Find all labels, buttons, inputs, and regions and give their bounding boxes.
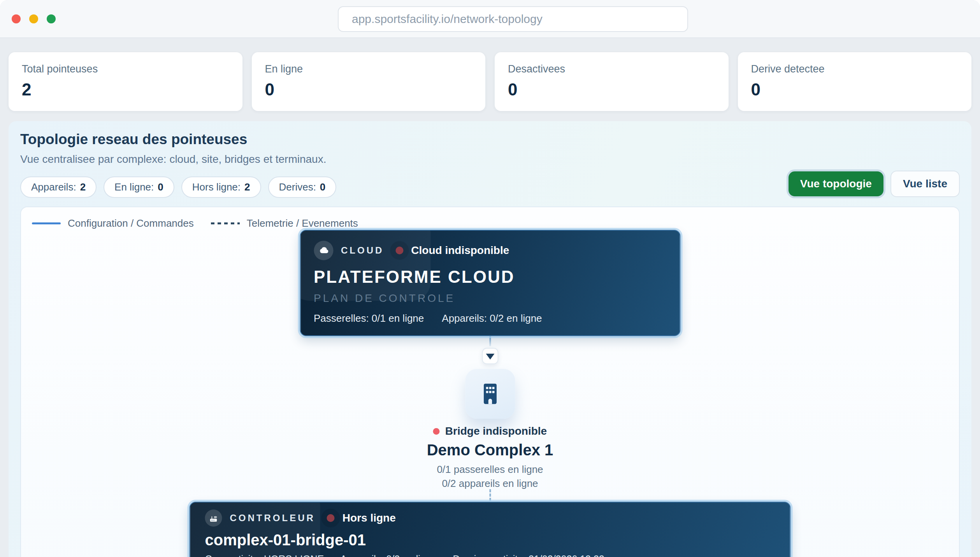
bridge-kind-label: CONTROLEUR (230, 513, 315, 524)
legend-dashed-label: Telemetrie / Evenements (247, 217, 358, 229)
site-devices-meta: 0/2 appareils en ligne (442, 478, 538, 489)
stat-card-online: En ligne 0 (252, 52, 486, 111)
site-offline-dot-icon (433, 428, 440, 435)
topology-panel: Topologie reseau des pointeuses Vue cent… (9, 121, 971, 557)
stat-card-disabled: Desactivees 0 (495, 52, 729, 111)
badge-hors-ligne: Hors ligne:2 (181, 176, 261, 198)
stat-label: En ligne (265, 63, 472, 75)
cloud-node-subtitle: PLAN DE CONTROLE (314, 292, 666, 305)
bridge-offline-dot-icon (327, 514, 335, 522)
panel-header-left: Topologie reseau des pointeuses Vue cent… (20, 131, 336, 198)
router-icon (205, 509, 222, 527)
site-name: Demo Complex 1 (427, 441, 553, 459)
legend: Configuration / Commandes Telemetrie / E… (32, 217, 948, 229)
legend-dashed-line-icon (211, 222, 240, 224)
view-list-button[interactable]: Vue liste (890, 171, 960, 197)
cloud-offline-dot-icon (395, 247, 403, 254)
badge-label: Derives: (279, 181, 316, 193)
page-title: Topologie reseau des pointeuses (20, 131, 336, 148)
stat-card-drift: Derive detectee 0 (738, 52, 972, 111)
badge-en-ligne: En ligne:0 (104, 176, 174, 198)
stat-value: 0 (751, 80, 959, 99)
cloud-gateways-stat: Passerelles: 0/1 en ligne (314, 312, 424, 324)
site-gateways-meta: 0/1 passerelles en ligne (437, 464, 543, 475)
collapse-toggle-button[interactable] (482, 348, 498, 364)
badge-label: Appareils: (31, 181, 76, 193)
badge-value: 2 (244, 181, 250, 193)
cloud-status-text: Cloud indisponible (411, 244, 509, 257)
site-node-tile[interactable] (465, 369, 515, 419)
stat-label: Total pointeuses (22, 63, 229, 75)
bridge-node-header: CONTROLEUR Hors ligne (205, 509, 775, 527)
cloud-devices-stat: Appareils: 0/2 en ligne (442, 312, 542, 324)
stat-value: 0 (508, 80, 715, 99)
bridge-status-text: Hors ligne (342, 512, 396, 524)
summary-badges: Appareils:2 En ligne:0 Hors ligne:2 Deri… (20, 176, 336, 198)
site-status: Bridge indisponible (433, 425, 547, 437)
stat-value: 2 (22, 80, 229, 99)
chevron-down-icon (486, 354, 494, 360)
site-status-text: Bridge indisponible (445, 425, 547, 437)
badge-label: Hors ligne: (192, 181, 241, 193)
cloud-node-stats: Passerelles: 0/1 en ligne Appareils: 0/2… (314, 312, 666, 324)
building-icon (477, 381, 503, 407)
minimize-window-icon[interactable] (29, 14, 38, 23)
bridge-connectivity-meta: Connectivite: HORS LIGNE (205, 553, 324, 557)
view-topology-button[interactable]: Vue topologie (789, 171, 883, 196)
stat-label: Desactivees (508, 63, 715, 75)
cloud-node-name: PLATEFORME CLOUD (314, 267, 666, 287)
view-switcher: Vue topologie Vue liste (789, 171, 960, 197)
stats-row: Total pointeuses 2 En ligne 0 Desactivee… (0, 52, 980, 111)
close-window-icon[interactable] (12, 14, 21, 23)
bridge-name: complex-01-bridge-01 (205, 531, 775, 549)
connector-site-to-bridge (489, 489, 491, 501)
window-controls (12, 14, 56, 23)
legend-solid-line-icon (32, 222, 61, 224)
topology-tree: CLOUD Cloud indisponible PLATEFORME CLOU… (190, 230, 791, 557)
panel-header: Topologie reseau des pointeuses Vue cent… (20, 131, 960, 198)
app-window: app.sportsfacility.io/network-topology T… (0, 0, 980, 557)
browser-toolbar: app.sportsfacility.io/network-topology (0, 0, 980, 38)
cloud-kind-label: CLOUD (341, 245, 384, 256)
connector-cloud-to-site (489, 336, 491, 346)
url-input[interactable]: app.sportsfacility.io/network-topology (338, 6, 688, 32)
badge-value: 0 (320, 181, 325, 193)
badge-derives: Derives:0 (268, 176, 337, 198)
bridge-meta: Connectivite: HORS LIGNE Appareils: 0/2 … (205, 553, 775, 557)
maximize-window-icon[interactable] (47, 14, 56, 23)
stat-label: Derive detectee (751, 63, 959, 75)
badge-value: 0 (158, 181, 163, 193)
page-subtitle: Vue centralisee par complexe: cloud, sit… (20, 153, 336, 166)
topology-canvas: Configuration / Commandes Telemetrie / E… (20, 206, 960, 557)
cloud-node-card[interactable]: CLOUD Cloud indisponible PLATEFORME CLOU… (300, 230, 680, 336)
stat-value: 0 (265, 80, 472, 99)
stat-card-total: Total pointeuses 2 (9, 52, 242, 111)
legend-solid-label: Configuration / Commandes (68, 217, 194, 229)
badge-appareils: Appareils:2 (20, 176, 97, 198)
cloud-icon (314, 241, 333, 260)
cloud-node-header: CLOUD Cloud indisponible (314, 241, 666, 260)
badge-label: En ligne: (114, 181, 154, 193)
bridge-last-activity-meta: Derniere activite: 31/03/2026 12:32 (453, 553, 604, 557)
badge-value: 2 (80, 181, 86, 193)
bridge-node-card[interactable]: CONTROLEUR Hors ligne complex-01-bridge-… (190, 502, 791, 557)
bridge-devices-meta: Appareils: 0/2 en ligne (340, 553, 436, 557)
